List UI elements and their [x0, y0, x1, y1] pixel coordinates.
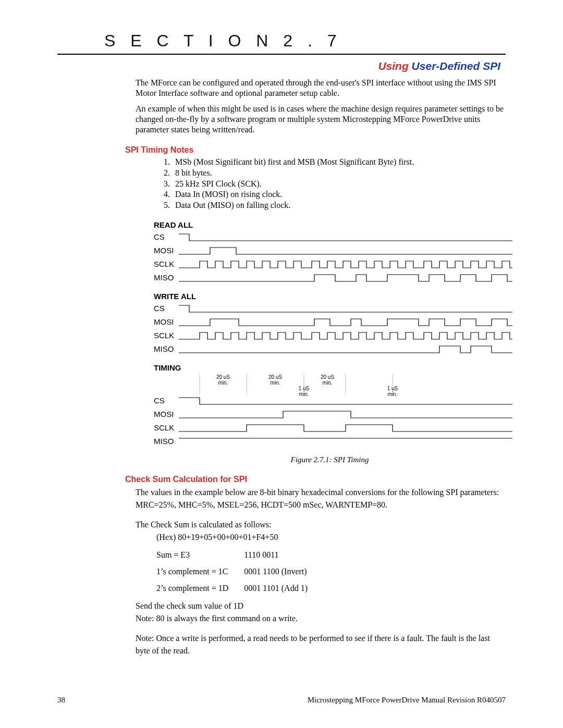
page-root: S E C T I O N 2 . 7 Using User-Defined S… — [0, 0, 563, 728]
list-item: Data In (MOSI) on rising clock. — [172, 189, 506, 200]
cs-right: 1110 0011 — [244, 547, 323, 563]
figure-caption: Figure 2.7.1: SPI Timing — [154, 455, 506, 464]
signal-label-mosi: MOSI — [154, 246, 179, 255]
intro-paragraph-2: An example of when this might be used is… — [136, 104, 506, 135]
page-number: 38 — [57, 696, 65, 705]
heading-red: Using — [378, 60, 411, 72]
waveform-miso — [179, 272, 512, 283]
diagram-title: TIMING — [154, 363, 506, 372]
doc-revision: Microstepping MForce PowerDrive Manual R… — [308, 696, 506, 705]
signal-label-cs: CS — [154, 232, 179, 241]
checksum-paragraph-1: The values in the example below are 8-bi… — [136, 486, 506, 511]
waveform-cs — [179, 303, 512, 314]
signal-label-sclk: SCLK — [154, 331, 179, 340]
signal-label-miso: MISO — [154, 437, 179, 446]
waveform-sclk — [179, 330, 512, 341]
checksum-block: The values in the example below are 8-bi… — [136, 486, 506, 657]
checksum-note-read: Note: Once a write is performed, a read … — [136, 632, 506, 657]
heading-blue: User-Defined SPI — [412, 60, 500, 72]
table-row: 1’s complement = 1C 0001 1100 (Invert) — [156, 563, 323, 580]
cs-left: Sum = E3 — [156, 547, 244, 563]
list-item: 25 kHz SPI Clock (SCK). — [172, 179, 506, 190]
signal-label-sclk: SCLK — [154, 423, 179, 432]
signal-label-mosi: MOSI — [154, 410, 179, 418]
signal-label-miso: MISO — [154, 344, 179, 353]
checksum-table: Sum = E3 1110 0011 1’s complement = 1C 0… — [156, 547, 323, 597]
waveform-mosi — [179, 316, 512, 328]
cs-left: 1’s complement = 1C — [156, 563, 244, 580]
intro-paragraph-1: The MForce can be configured and operate… — [136, 78, 506, 98]
section-rule — [57, 54, 506, 55]
list-item: 8 bit bytes. — [172, 168, 506, 179]
list-item: MSb (Most Significant bit) first and MSB… — [172, 157, 506, 168]
cs-right: 0001 1101 (Add 1) — [244, 580, 323, 597]
waveform-mosi — [179, 409, 512, 420]
checksum-send: Send the check sum value of 1D — [136, 600, 506, 612]
spi-timing-notes-heading: SPI Timing Notes — [125, 145, 506, 155]
signal-label-mosi: MOSI — [154, 317, 179, 326]
waveform-miso — [179, 343, 512, 355]
waveform-cs — [179, 395, 512, 406]
table-row: Sum = E3 1110 0011 — [156, 547, 323, 563]
list-item: Data Out (MISO) on falling clock. — [172, 200, 506, 211]
signal-label-cs: CS — [154, 396, 179, 405]
checksum-heading: Check Sum Calculation for SPI — [125, 475, 506, 484]
spi-timing-notes-list: MSb (Most Significant bit) first and MSB… — [172, 157, 506, 211]
table-row: 2’s complement = 1D 0001 1101 (Add 1) — [156, 580, 323, 597]
diagram-title: READ ALL — [154, 220, 506, 229]
diagram-read-all: READ ALL CS MOSI SCLK MISO WRITE ALL CS — [154, 220, 506, 464]
waveform-cs — [179, 231, 512, 243]
diagram-title: WRITE ALL — [154, 292, 506, 301]
checksum-note80: Note: 80 is always the first command on … — [136, 612, 506, 625]
cs-left: 2’s complement = 1D — [156, 580, 244, 597]
signal-label-sclk: SCLK — [154, 260, 179, 268]
waveform-sclk — [179, 258, 512, 270]
signal-label-miso: MISO — [154, 273, 179, 282]
waveform-mosi — [179, 245, 512, 256]
page-heading: Using User-Defined SPI — [57, 60, 500, 72]
waveform-miso — [179, 436, 512, 447]
timing-annotations: 20 uSmin. 20 uSmin. 20 uSmin. 1 uSmin. 1… — [179, 374, 506, 395]
cs-right: 0001 1100 (Invert) — [244, 563, 323, 580]
waveform-sclk — [179, 422, 512, 434]
signal-label-cs: CS — [154, 304, 179, 313]
checksum-paragraph-2: The Check Sum is calculated as follows: — [136, 519, 506, 531]
page-footer: 38 Microstepping MForce PowerDrive Manua… — [57, 696, 506, 705]
checksum-hex-line: (Hex) 80+19+05+00+00+01+F4+50 — [156, 531, 506, 544]
section-label: S E C T I O N 2 . 7 — [104, 31, 506, 51]
